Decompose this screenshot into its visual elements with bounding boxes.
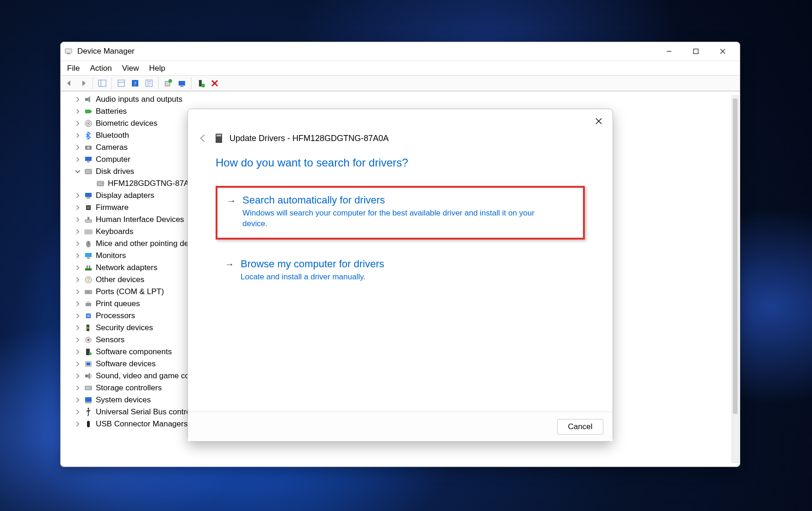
menu-action[interactable]: Action [90, 64, 112, 73]
chevron-right-icon[interactable] [74, 144, 81, 151]
menubar: File Action View Help [61, 61, 740, 75]
chevron-right-icon[interactable] [74, 385, 81, 391]
tree-item-label: Firmware [96, 202, 129, 214]
toolbar: ? [61, 75, 740, 91]
toolbar-forward-button[interactable] [77, 77, 89, 89]
arrow-right-icon: → [225, 259, 234, 270]
chevron-right-icon[interactable] [74, 421, 81, 427]
toolbar-update-driver-button[interactable] [162, 77, 174, 89]
tree-item-label: System devices [96, 394, 151, 406]
toolbar-show-hide-tree-button[interactable] [96, 77, 108, 89]
svg-rect-1 [67, 54, 70, 55]
svg-rect-15 [179, 81, 185, 86]
toolbar-scan-button[interactable] [143, 77, 155, 89]
cancel-button[interactable]: Cancel [557, 419, 603, 435]
chevron-right-icon[interactable] [74, 120, 81, 127]
option-title: Browse my computer for drivers [241, 258, 384, 270]
tree-item-label: Cameras [96, 142, 128, 154]
tree-item-label: Keyboards [96, 226, 133, 238]
svg-text:?: ? [87, 277, 90, 283]
chevron-right-icon[interactable] [74, 156, 81, 163]
disk-icon [84, 167, 93, 176]
svg-rect-30 [87, 161, 90, 162]
svg-rect-57 [87, 301, 90, 303]
chevron-down-icon[interactable] [74, 168, 81, 175]
chevron-right-icon[interactable] [74, 265, 81, 271]
chevron-right-icon[interactable] [74, 277, 81, 283]
chevron-right-icon[interactable] [74, 349, 81, 355]
dialog-title: Update Drivers - HFM128GDGTNG-87A0A [229, 134, 389, 143]
chevron-right-icon[interactable] [74, 301, 81, 307]
option-browse-computer[interactable]: → Browse my computer for drivers Locate … [216, 252, 585, 291]
toolbar-help-button[interactable]: ? [129, 77, 141, 89]
svg-rect-71 [85, 397, 92, 402]
chevron-right-icon[interactable] [74, 373, 81, 379]
chevron-right-icon[interactable] [74, 409, 81, 415]
menu-view[interactable]: View [122, 64, 139, 73]
svg-rect-23 [91, 111, 92, 112]
svg-rect-56 [86, 303, 91, 306]
chevron-right-icon[interactable] [74, 252, 81, 259]
toolbar-enable-device-button[interactable] [195, 77, 207, 89]
cpu-icon [84, 311, 93, 320]
computer-icon [84, 155, 93, 164]
svg-rect-72 [85, 402, 92, 403]
menu-help[interactable]: Help [149, 64, 165, 73]
dialog-back-button[interactable] [198, 133, 208, 143]
other-icon: ? [84, 275, 93, 284]
chip-icon [84, 203, 93, 212]
camera-icon [84, 143, 93, 152]
svg-point-18 [201, 84, 205, 87]
svg-rect-36 [87, 197, 90, 198]
chevron-right-icon[interactable] [74, 313, 81, 319]
svg-point-34 [102, 183, 103, 184]
tree-item-label: Human Interface Devices [96, 214, 184, 226]
option-description: Locate and install a driver manually. [241, 272, 537, 283]
chevron-right-icon[interactable] [74, 337, 81, 343]
chevron-right-icon[interactable] [74, 96, 81, 103]
tree-item-label: HFM128GDGTNG-87A0A [108, 178, 199, 190]
maximize-button[interactable] [682, 42, 709, 61]
toolbar-properties-button[interactable] [115, 77, 127, 89]
menu-file[interactable]: File [67, 64, 80, 73]
chevron-right-icon[interactable] [74, 204, 81, 211]
svg-point-65 [89, 352, 92, 355]
svg-rect-59 [87, 314, 90, 317]
chevron-right-icon[interactable] [74, 228, 81, 235]
chevron-right-icon[interactable] [74, 289, 81, 295]
chevron-right-icon[interactable] [74, 108, 81, 115]
chevron-right-icon[interactable] [74, 132, 81, 139]
option-search-automatically[interactable]: → Search automatically for drivers Windo… [216, 186, 585, 240]
keyboard-icon [84, 227, 93, 236]
svg-rect-67 [87, 363, 90, 365]
scrollbar-thumb[interactable] [733, 99, 738, 414]
svg-rect-6 [99, 80, 106, 86]
monitor-icon [84, 251, 93, 260]
chevron-right-icon[interactable] [74, 397, 81, 403]
tree-item[interactable]: Audio inputs and outputs [63, 93, 740, 105]
chevron-right-icon[interactable] [74, 361, 81, 367]
chevron-right-icon[interactable] [74, 216, 81, 223]
tree-item-label: Bluetooth [96, 129, 129, 142]
svg-rect-41 [85, 230, 92, 234]
svg-point-28 [87, 147, 90, 149]
toolbar-uninstall-button[interactable] [209, 77, 221, 89]
softdev-icon [84, 359, 93, 369]
close-button[interactable] [709, 42, 736, 61]
minimize-button[interactable] [656, 42, 682, 61]
toolbar-refresh-button[interactable] [176, 77, 188, 89]
speaker-icon [84, 95, 93, 104]
titlebar[interactable]: Device Manager [61, 42, 740, 61]
tree-item-label: USB Connector Managers [96, 418, 187, 430]
toolbar-back-button[interactable] [63, 77, 75, 89]
chevron-right-icon[interactable] [74, 192, 81, 199]
chevron-right-icon[interactable] [74, 240, 81, 247]
tree-item-label: Batteries [96, 105, 127, 117]
svg-point-14 [168, 79, 172, 83]
dialog-close-button[interactable] [589, 112, 608, 130]
vertical-scrollbar[interactable] [731, 95, 739, 463]
svg-point-26 [88, 123, 89, 124]
tree-item-label: Software devices [96, 358, 155, 370]
sound-icon [84, 371, 93, 381]
chevron-right-icon[interactable] [74, 325, 81, 331]
